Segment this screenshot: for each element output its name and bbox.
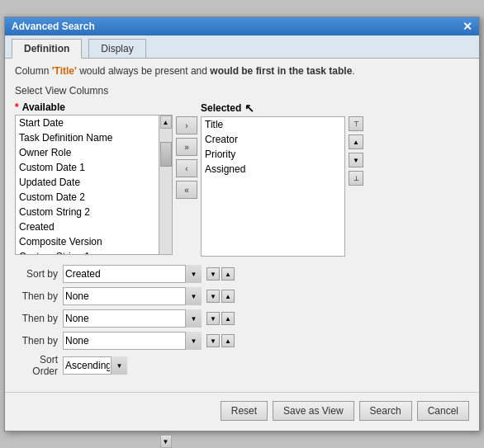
sort-row-3: Then byNoneCreatedStart DateTitleCreator… (15, 309, 469, 328)
tab-definition[interactable]: Definition (12, 39, 82, 59)
move-all-right-button[interactable]: » (176, 138, 197, 156)
list-item[interactable]: Updated Date (16, 175, 159, 190)
move-down-button[interactable]: ▼ (349, 153, 363, 167)
available-section: * Available Start DateTask Definition Na… (15, 101, 173, 255)
close-icon[interactable]: ✕ (463, 21, 472, 32)
dialog-title: Advanced Search (12, 21, 95, 32)
info-text: Column 'Title' would always be present a… (15, 65, 469, 77)
sort-desc-button-3[interactable]: ▼ (206, 312, 220, 325)
scroll-thumb[interactable] (160, 142, 172, 167)
sort-row-1: Sort byNoneCreatedStart DateTitleCreator… (15, 265, 469, 283)
footer: ResetSave as ViewSearchCancel (5, 392, 479, 424)
sort-row-2: Then byNoneCreatedStart DateTitleCreator… (15, 287, 469, 305)
sort-select-1[interactable]: NoneCreatedStart DateTitleCreatorPriorit… (63, 265, 202, 283)
sort-select-wrapper-4: NoneCreatedStart DateTitleCreatorPriorit… (63, 332, 202, 350)
tab-display[interactable]: Display (88, 39, 145, 58)
sort-select-wrapper-3: NoneCreatedStart DateTitleCreatorPriorit… (63, 309, 202, 328)
cancel-button[interactable]: Cancel (417, 401, 469, 421)
list-item[interactable]: Start Date (16, 116, 159, 130)
selected-label: Selected ↖ (201, 101, 345, 115)
section-label: Select View Columns (15, 85, 469, 97)
sort-desc-button-1[interactable]: ▼ (206, 267, 220, 281)
list-item[interactable]: Custom Date 2 (16, 190, 159, 205)
sort-order-select-wrapper: AscendingDescending ▼ (63, 356, 127, 375)
list-item[interactable]: Creator (202, 132, 344, 147)
sort-order-arrows-2: ▼▲ (206, 290, 235, 303)
move-all-left-button[interactable]: « (176, 181, 197, 199)
sort-order-arrows-3: ▼▲ (206, 312, 235, 325)
sort-asc-button-3[interactable]: ▲ (221, 312, 235, 325)
list-item[interactable]: Owner Role (16, 145, 159, 160)
selected-list[interactable]: TitleCreatorPriorityAssigned (201, 116, 345, 257)
save-as-view-button[interactable]: Save as View (273, 401, 354, 421)
sort-row-label-1: Sort by (15, 268, 58, 280)
sort-order-row: Sort Order AscendingDescending ▼ (15, 354, 469, 377)
cursor-icon: ↖ (244, 101, 254, 115)
move-up-button[interactable]: ▲ (349, 134, 363, 149)
sort-select-2[interactable]: NoneCreatedStart DateTitleCreatorPriorit… (63, 287, 202, 305)
sort-order-select[interactable]: AscendingDescending (63, 356, 127, 375)
list-item[interactable]: Task Definition Name (16, 130, 159, 145)
content-area: Column 'Title' would always be present a… (5, 59, 479, 384)
required-asterisk: * (15, 101, 19, 113)
sort-order-arrows-1: ▼▲ (206, 267, 235, 281)
sort-select-wrapper-1: NoneCreatedStart DateTitleCreatorPriorit… (63, 265, 202, 283)
list-item[interactable]: Assigned (202, 162, 344, 177)
reset-button[interactable]: Reset (221, 401, 268, 421)
available-list[interactable]: Start DateTask Definition NameOwner Role… (15, 115, 159, 255)
list-item[interactable]: Title (202, 117, 344, 132)
dialog-body: Definition Display Column 'Title' would … (5, 35, 479, 431)
sort-desc-button-4[interactable]: ▼ (206, 334, 220, 347)
move-right-button[interactable]: › (176, 116, 197, 134)
sort-asc-button-2[interactable]: ▲ (221, 290, 235, 303)
scroll-down-arrow[interactable]: ▼ (160, 435, 172, 448)
title-bar: Advanced Search ✕ (5, 17, 479, 35)
available-scrollbar[interactable]: ▲ ▼ (159, 115, 173, 255)
scroll-up-arrow[interactable]: ▲ (160, 116, 172, 129)
sort-order-arrows-4: ▼▲ (206, 334, 235, 347)
sort-asc-button-1[interactable]: ▲ (221, 267, 235, 281)
list-item[interactable]: Priority (202, 147, 344, 162)
sort-select-3[interactable]: NoneCreatedStart DateTitleCreatorPriorit… (63, 309, 202, 328)
move-buttons-col: › » ‹ « (173, 116, 201, 199)
tabs-bar: Definition Display (5, 35, 479, 59)
sort-asc-button-4[interactable]: ▲ (221, 334, 235, 347)
search-button[interactable]: Search (359, 401, 412, 421)
sort-row-4: Then byNoneCreatedStart DateTitleCreator… (15, 332, 469, 350)
order-buttons-col: ⊤ ▲ ▼ ⊥ (345, 116, 363, 186)
sort-order-label: Sort Order (15, 354, 58, 377)
list-item[interactable]: Custom String 1 (16, 249, 159, 255)
list-item[interactable]: Composite Version (16, 234, 159, 249)
columns-area: * Available Start DateTask Definition Na… (15, 101, 469, 257)
selected-section: Selected ↖ TitleCreatorPriorityAssigned (201, 101, 345, 257)
sort-row-label-2: Then by (15, 290, 58, 302)
sort-desc-button-2[interactable]: ▼ (206, 290, 220, 303)
sort-row-label-3: Then by (15, 313, 58, 324)
sort-row-label-4: Then by (15, 335, 58, 347)
list-item[interactable]: Custom String 2 (16, 205, 159, 219)
list-item[interactable]: Custom Date 1 (16, 160, 159, 175)
sort-section: Sort byNoneCreatedStart DateTitleCreator… (15, 265, 469, 377)
advanced-search-dialog: Advanced Search ✕ Definition Display Col… (4, 17, 480, 431)
sort-select-wrapper-2: NoneCreatedStart DateTitleCreatorPriorit… (63, 287, 202, 305)
move-bottom-button[interactable]: ⊥ (349, 171, 363, 186)
list-item[interactable]: Created (16, 219, 159, 234)
sort-select-4[interactable]: NoneCreatedStart DateTitleCreatorPriorit… (63, 332, 202, 350)
move-left-button[interactable]: ‹ (176, 159, 197, 177)
move-top-button[interactable]: ⊤ (349, 116, 363, 131)
available-label: * Available (15, 101, 173, 113)
